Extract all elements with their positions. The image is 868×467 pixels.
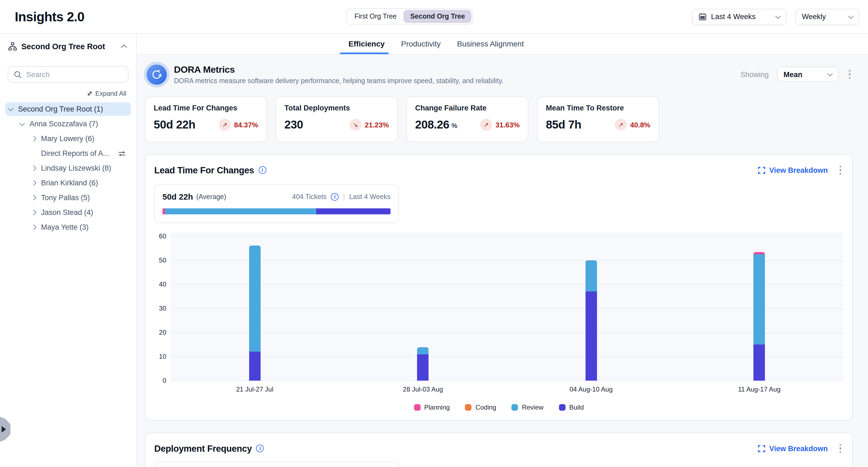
minibar-segment-review — [165, 208, 316, 214]
org-tree-toggle: First Org TreeSecond Org Tree — [346, 8, 473, 25]
trend-badge: ↗31.63% — [480, 119, 520, 131]
bar-segment-build[interactable] — [754, 344, 765, 381]
info-icon[interactable]: i — [258, 166, 266, 174]
bar-segment-review[interactable] — [754, 254, 765, 344]
summary-tickets: 404 Tickets — [292, 193, 327, 200]
lead-time-kebab-menu[interactable] — [837, 163, 843, 177]
content: DORA Metrics DORA metrics measure softwa… — [137, 55, 868, 467]
chevron-right-icon[interactable] — [31, 195, 36, 200]
legend-swatch — [465, 404, 472, 410]
tree-item-second-org-tree-root-1[interactable]: Second Org Tree Root (1) — [5, 102, 131, 116]
sidebar: Second Org Tree Root Expand All Second O… — [0, 34, 137, 467]
filter-sliders-icon[interactable] — [118, 150, 126, 157]
plot-area — [170, 232, 843, 381]
tabs: EfficiencyProductivityBusiness Alignment — [347, 34, 525, 54]
app-window: Insights 2.0 First Org TreeSecond Org Tr… — [0, 0, 868, 467]
date-range-select[interactable]: Last 4 Weeks — [692, 8, 786, 25]
tree-item-jason-stead-4[interactable]: Jason Stead (4) — [5, 206, 131, 219]
tree-item-maya-yette-3[interactable]: Maya Yette (3) — [5, 220, 131, 234]
trend-up-icon: ↗ — [480, 119, 492, 131]
chart-legend: PlanningCodingReviewBuild — [154, 403, 843, 411]
expand-corners-icon — [758, 166, 766, 174]
chevron-down-icon[interactable] — [8, 105, 13, 111]
legend-label: Planning — [424, 403, 450, 411]
deployment-kebab-menu[interactable] — [837, 442, 843, 455]
bar-segment-review[interactable] — [249, 246, 260, 352]
bar-segment-review[interactable] — [586, 260, 597, 291]
aggregation-select[interactable]: Mean — [777, 67, 838, 82]
tab-business-alignment[interactable]: Business Alignment — [456, 34, 525, 54]
legend-item-coding[interactable]: Coding — [465, 403, 496, 411]
search-icon — [14, 70, 22, 79]
sidebar-collapse-button[interactable] — [120, 39, 128, 54]
aggregation-value: Mean — [783, 70, 824, 79]
topbar-controls: Last 4 Weeks Weekly — [692, 8, 859, 25]
y-tick-label: 20 — [159, 329, 166, 336]
trend-badge: ↗40.8% — [615, 119, 650, 131]
chevron-down-icon[interactable] — [20, 120, 25, 126]
trend-delta: 40.8% — [630, 121, 650, 129]
tab-efficiency[interactable]: Efficiency — [347, 34, 385, 54]
deployment-summary-card — [154, 462, 399, 467]
info-icon[interactable]: i — [256, 444, 264, 452]
stacked-bar-21-jul-27-jul[interactable] — [249, 246, 260, 381]
deployment-frequency-panel: Deployment Frequency i View Breakdown — [145, 433, 853, 467]
stacked-bar-04-aug-10-aug[interactable] — [586, 260, 597, 381]
bar-segment-planning[interactable] — [754, 252, 765, 254]
minibar-segment-planning — [162, 208, 165, 214]
trend-up-icon: ↗ — [219, 119, 231, 131]
bar-segment-build[interactable] — [586, 291, 597, 381]
granularity-select[interactable]: Weekly — [795, 8, 859, 25]
tree-item-mary-lowery-6[interactable]: Mary Lowery (6) — [5, 132, 131, 146]
legend-item-review[interactable]: Review — [512, 403, 544, 411]
stacked-bar-11-aug-17-aug[interactable] — [754, 252, 765, 381]
showing-label: Showing — [740, 70, 769, 79]
chevron-right-icon[interactable] — [31, 180, 36, 186]
tree-item-brian-kirkland-6[interactable]: Brian Kirkland (6) — [5, 176, 131, 190]
calendar-icon — [699, 12, 707, 21]
view-breakdown-link[interactable]: View Breakdown — [758, 444, 828, 453]
toggle-option-second-org-tree[interactable]: Second Org Tree — [404, 10, 471, 23]
chevron-right-icon[interactable] — [31, 136, 36, 142]
metric-card-mean-time-to-restore: Mean Time To Restore85d 7h↗40.8% — [537, 96, 659, 142]
date-range-value: Last 4 Weeks — [711, 12, 772, 21]
lead-time-summary-card: 50d 22h (Average) 404 Tickets i | Last 4… — [154, 184, 399, 223]
lead-time-title: Lead Time For Changes — [154, 165, 254, 175]
chevron-right-icon[interactable] — [31, 210, 36, 215]
tree-item-tony-pallas-5[interactable]: Tony Pallas (5) — [5, 191, 131, 205]
expand-all-button[interactable]: Expand All — [87, 90, 126, 97]
main-area: EfficiencyProductivityBusiness Alignment… — [137, 34, 868, 467]
summary-range: Last 4 Weeks — [349, 193, 391, 200]
tab-productivity[interactable]: Productivity — [400, 34, 442, 54]
lead-time-panel: Lead Time For Changes i View Breakdown — [145, 154, 853, 421]
toggle-option-first-org-tree[interactable]: First Org Tree — [348, 10, 403, 23]
chevron-right-icon[interactable] — [31, 165, 36, 171]
metric-label: Total Deployments — [284, 104, 389, 112]
tree-item-lindsay-liszewski-8[interactable]: Lindsay Liszewski (8) — [5, 161, 131, 175]
bar-segment-build[interactable] — [417, 354, 429, 381]
legend-item-build[interactable]: Build — [559, 403, 584, 411]
minibar-segment-build — [316, 208, 391, 214]
summary-value: 50d 22h — [162, 192, 193, 201]
tree-item-label: Jason Stead (4) — [41, 208, 93, 217]
chevron-right-icon[interactable] — [31, 224, 36, 230]
tree-item-label: Lindsay Liszewski (8) — [41, 164, 111, 172]
sidebar-resize-handle[interactable] — [0, 417, 10, 442]
search-input[interactable] — [26, 70, 123, 79]
info-icon[interactable]: i — [331, 193, 339, 200]
view-breakdown-link[interactable]: View Breakdown — [758, 166, 828, 174]
metric-card-total-deployments: Total Deployments230↘21.23% — [276, 96, 398, 142]
tree-item-direct-reports-of-a[interactable]: Direct Reports of A... — [5, 147, 131, 160]
bar-segment-review[interactable] — [417, 347, 429, 354]
bar-column-11-aug-17-aug — [675, 232, 843, 381]
bar-columns — [170, 232, 843, 381]
dora-kebab-menu[interactable] — [846, 68, 853, 81]
stacked-bar-28-jul-03-aug[interactable] — [417, 347, 429, 381]
legend-swatch — [414, 404, 420, 410]
separator: | — [343, 193, 345, 200]
legend-label: Build — [569, 403, 584, 411]
trend-badge: ↘21.23% — [349, 119, 389, 131]
bar-segment-build[interactable] — [249, 352, 260, 381]
legend-item-planning[interactable]: Planning — [414, 403, 450, 411]
tree-item-anna-scozzafava-7[interactable]: Anna Scozzafava (7) — [5, 117, 131, 131]
